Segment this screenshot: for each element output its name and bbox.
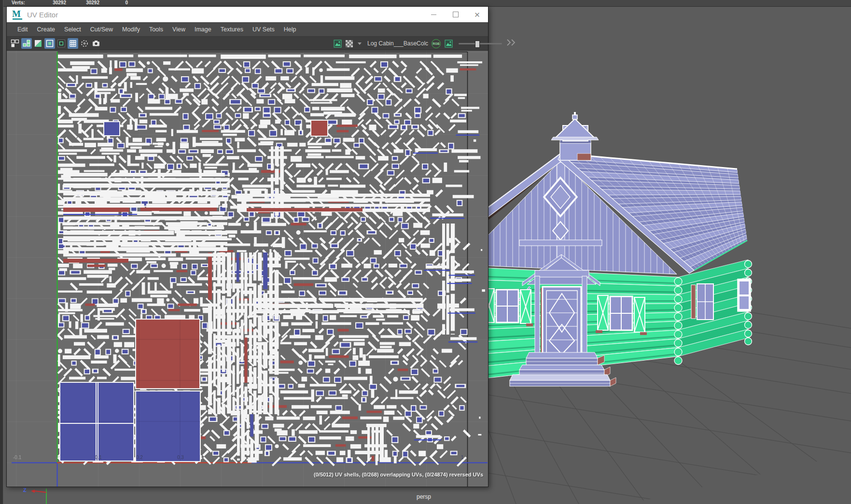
maximize-button[interactable] bbox=[445, 7, 466, 22]
maximize-icon bbox=[453, 12, 459, 17]
uv-editor-window: M UV Editor ✕ Edit Create Select Cut/Sew… bbox=[6, 6, 488, 487]
menubar: Edit Create Select Cut/Sew Modify Tools … bbox=[7, 22, 488, 37]
titlebar[interactable]: M UV Editor ✕ bbox=[7, 7, 488, 22]
uv-tick-02: 0.2 bbox=[136, 455, 143, 460]
axis-x-line bbox=[35, 491, 46, 492]
verts-extra: 0 bbox=[111, 0, 128, 6]
verts-label: Verts: bbox=[12, 0, 25, 6]
layout-quadrants-button[interactable] bbox=[10, 38, 20, 49]
uv-snapshot-button[interactable] bbox=[91, 38, 101, 49]
shaded-uv-display-button[interactable] bbox=[33, 38, 43, 49]
menu-select[interactable]: Select bbox=[64, 26, 81, 33]
cupola bbox=[551, 112, 599, 160]
right-wall-window-far bbox=[738, 279, 751, 311]
image-dim-slider[interactable] bbox=[459, 43, 502, 44]
front-window-right bbox=[596, 295, 647, 335]
uv-tick-1: 1 bbox=[461, 455, 464, 460]
image-dim-button[interactable] bbox=[443, 38, 454, 49]
uv-tick-neg: -0.1 bbox=[13, 455, 21, 460]
verts-total: 30292 bbox=[39, 0, 66, 6]
poly-count-hud: Verts: 30292 30292 0 bbox=[0, 0, 851, 7]
texture-display-button[interactable] bbox=[56, 38, 67, 49]
expand-toolbar-chevrons[interactable] bbox=[506, 39, 516, 48]
front-window-left bbox=[482, 289, 533, 326]
grid-display-button[interactable] bbox=[68, 38, 78, 49]
menu-uv-sets[interactable]: UV Sets bbox=[252, 26, 275, 33]
uv-toolbar: Log Cabin___BaseColc RGB bbox=[7, 37, 488, 51]
menu-view[interactable]: View bbox=[172, 26, 185, 33]
texture-borders-button[interactable] bbox=[44, 38, 55, 49]
menu-edit[interactable]: Edit bbox=[17, 26, 28, 33]
menu-create[interactable]: Create bbox=[37, 26, 56, 33]
axis-x-arrow bbox=[31, 490, 35, 493]
axis-z-label: Z bbox=[23, 487, 27, 493]
checker-dropdown-arrow[interactable] bbox=[358, 42, 362, 45]
view-axis-gizmo: Z bbox=[19, 486, 53, 504]
menu-help[interactable]: Help bbox=[284, 26, 296, 33]
slider-handle[interactable] bbox=[475, 41, 480, 48]
minimize-button[interactable] bbox=[423, 7, 445, 22]
camera-name-label[interactable]: persp bbox=[409, 493, 438, 500]
log-cabin-model[interactable] bbox=[448, 112, 752, 386]
gable-collar-beam bbox=[519, 240, 602, 246]
menu-textures[interactable]: Textures bbox=[221, 26, 243, 33]
image-display-button[interactable] bbox=[332, 38, 343, 49]
rgb-channels-icon[interactable]: RGB bbox=[432, 39, 441, 48]
right-wall-window bbox=[691, 284, 713, 320]
uv-canvas-area[interactable]: -0.1 0.1 0.2 0.3 1 (0/5012) UV shells, (… bbox=[7, 51, 488, 487]
uv-statistics: (0/5012) UV shells, (0/268) overlapping … bbox=[314, 472, 483, 477]
uv-shell-canvas[interactable] bbox=[7, 51, 488, 487]
minimize-icon bbox=[431, 14, 436, 15]
verts-selected: 30292 bbox=[72, 0, 99, 6]
menu-tools[interactable]: Tools bbox=[149, 26, 163, 33]
uv-tick-03: 0.3 bbox=[177, 455, 184, 460]
app-left-edge bbox=[0, 0, 3, 504]
uv-shells-display-button[interactable] bbox=[21, 38, 32, 49]
close-icon: ✕ bbox=[474, 11, 480, 18]
pixel-snap-button[interactable] bbox=[79, 38, 90, 49]
uv-tick-01: 0.1 bbox=[95, 455, 102, 460]
maya-icon: M bbox=[12, 9, 23, 20]
menu-modify[interactable]: Modify bbox=[122, 26, 140, 33]
texture-name-label[interactable]: Log Cabin___BaseColc bbox=[367, 40, 428, 47]
menu-cut-sew[interactable]: Cut/Sew bbox=[90, 26, 113, 33]
maya-application: { "hud": {"verts_label": "Verts:", "vert… bbox=[0, 0, 851, 504]
menu-image[interactable]: Image bbox=[195, 26, 211, 33]
close-button[interactable]: ✕ bbox=[466, 7, 488, 22]
checker-map-button[interactable] bbox=[344, 38, 354, 49]
window-title: UV Editor bbox=[27, 11, 58, 19]
